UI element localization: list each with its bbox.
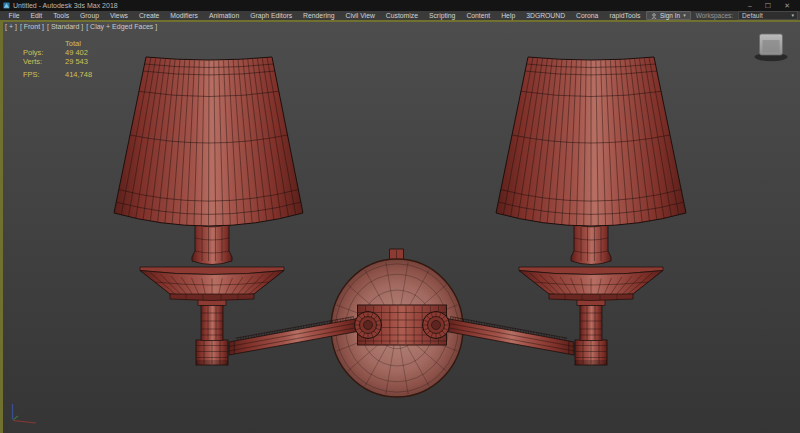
menu-item-rendering[interactable]: Rendering <box>298 11 340 20</box>
elbow-right[interactable] <box>575 340 607 365</box>
menu-item-help[interactable]: Help <box>496 11 521 20</box>
stats-fps-value: 414,748 <box>65 71 92 80</box>
post-right[interactable] <box>577 300 605 341</box>
viewport-statistics: Total Polys: 49 402 Verts: 29 543 FPS: 4… <box>23 40 92 80</box>
arm-right[interactable] <box>444 317 574 355</box>
menu-items: FileEditToolsGroupViewsCreateModifiersAn… <box>3 11 646 20</box>
menu-item-views[interactable]: Views <box>104 11 133 20</box>
viewport-label: [ + ] [ Front ] [ Standard ] [ Clay + Ed… <box>5 23 157 31</box>
window-controls: – ☐ ✕ <box>748 0 797 11</box>
elbow-left[interactable] <box>196 340 228 365</box>
menu-item-civil-view[interactable]: Civil View <box>340 11 380 20</box>
menu-item-3dground[interactable]: 3DGROUND <box>521 11 571 20</box>
minimize-button[interactable]: – <box>748 0 752 11</box>
arm-socket-left[interactable] <box>355 312 382 339</box>
menu-item-modifiers[interactable]: Modifiers <box>165 11 204 20</box>
post-left[interactable] <box>198 300 226 341</box>
window-title: Untitled - Autodesk 3ds Max 2018 <box>13 0 118 11</box>
candle-stem-left[interactable] <box>192 224 232 265</box>
candle-stem-right[interactable] <box>571 224 611 265</box>
arm-socket-right[interactable] <box>423 312 450 339</box>
menu-item-corona[interactable]: Corona <box>571 11 604 20</box>
menu-item-customize[interactable]: Customize <box>380 11 423 20</box>
close-button[interactable]: ✕ <box>784 0 790 11</box>
bobeche-right[interactable] <box>519 267 663 301</box>
chevron-down-icon: ▾ <box>792 11 795 20</box>
sign-in-button[interactable]: Sign In ▾ <box>646 11 691 20</box>
menu-item-animation[interactable]: Animation <box>203 11 244 20</box>
stats-fps-row: FPS: 414,748 <box>23 71 92 80</box>
viewport-menu-pov[interactable]: [ Front ] <box>20 23 44 31</box>
lampshade-right[interactable] <box>496 57 686 226</box>
menu-item-edit[interactable]: Edit <box>25 11 48 20</box>
menu-item-group[interactable]: Group <box>75 11 105 20</box>
maximize-button[interactable]: ☐ <box>765 0 771 11</box>
bobeche-left[interactable] <box>140 267 284 301</box>
workspace-select[interactable]: Default ▾ <box>738 11 798 20</box>
stats-fps-label: FPS: <box>23 71 65 80</box>
menubar-right: Sign In ▾ Workspaces: Default ▾ <box>646 11 800 20</box>
workspaces-label: Workspaces: <box>696 11 733 20</box>
viewport-menu-general[interactable]: [ + ] <box>5 23 17 31</box>
viewport-menu-renderer[interactable]: [ Standard ] <box>47 23 83 31</box>
viewport[interactable]: [ + ] [ Front ] [ Standard ] [ Clay + Ed… <box>0 20 800 433</box>
menu-item-file[interactable]: File <box>3 11 25 20</box>
sconce-model[interactable] <box>114 57 686 397</box>
axis-tripod <box>13 404 37 423</box>
menu-item-graph-editors[interactable]: Graph Editors <box>245 11 298 20</box>
viewcube[interactable] <box>755 34 788 61</box>
viewport-menu-shading[interactable]: [ Clay + Edged Faces ] <box>86 23 157 31</box>
menu-item-rapidtools[interactable]: rapidTools <box>604 11 646 20</box>
menu-item-create[interactable]: Create <box>133 11 164 20</box>
chevron-down-icon: ▾ <box>683 11 686 20</box>
user-icon <box>651 13 657 19</box>
lampshade-left[interactable] <box>114 57 303 226</box>
stats-verts-label: Verts: <box>23 58 65 67</box>
menu-item-content[interactable]: Content <box>461 11 496 20</box>
stats-verts-row: Verts: 29 543 <box>23 58 92 67</box>
stats-verts-value: 29 543 <box>65 58 88 67</box>
sign-in-label: Sign In <box>660 11 680 20</box>
title-bar: Untitled - Autodesk 3ds Max 2018 – ☐ ✕ <box>0 0 800 11</box>
menu-bar: FileEditToolsGroupViewsCreateModifiersAn… <box>0 11 800 20</box>
menu-item-tools[interactable]: Tools <box>48 11 75 20</box>
menu-item-scripting[interactable]: Scripting <box>423 11 460 20</box>
workspace-value: Default <box>742 11 763 20</box>
app-icon <box>3 2 10 9</box>
viewport-canvas[interactable] <box>3 22 800 433</box>
